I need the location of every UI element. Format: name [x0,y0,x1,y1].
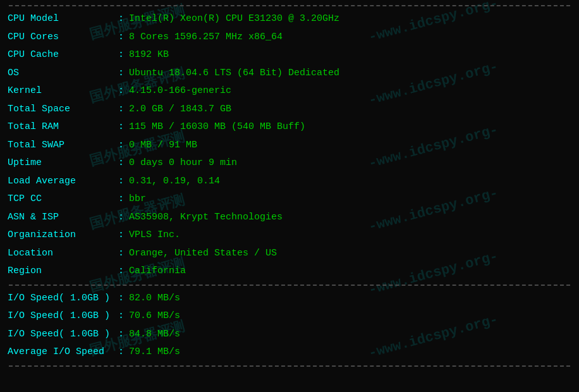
system-value: 0.31, 0.19, 0.14 [129,175,220,189]
system-value: 115 MB / 16030 MB (540 MB Buff) [129,120,305,135]
separator: : [118,102,124,117]
system-label: OS [8,66,118,81]
system-label: Location [8,247,118,261]
system-info-row: TCP CC: bbr [8,190,571,209]
system-info-row: Organization: VPLS Inc. [8,226,571,245]
io-value: 82.0 MB/s [129,291,180,306]
io-info-section: I/O Speed( 1.0GB ): 82.0 MB/sI/O Speed( … [8,286,571,365]
system-label: CPU Model [8,12,118,27]
system-value: Ubuntu 18.04.6 LTS (64 Bit) Dedicated [129,66,339,81]
system-value: 8 Cores 1596.257 MHz x86_64 [129,30,283,45]
separator: : [118,138,124,153]
system-value: 0 days 0 hour 9 min [129,156,237,171]
bottom-border [9,365,570,367]
system-value: bbr [129,192,146,207]
system-value: California [129,264,186,279]
system-value: 0 MB / 91 MB [129,138,197,153]
separator: : [118,291,124,306]
system-value: 4.15.0-166-generic [129,84,231,99]
system-info-row: Total Space: 2.0 GB / 1843.7 GB [8,101,571,119]
main-container: CPU Model: Intel(R) Xeon(R) CPU E31230 @… [0,0,579,372]
io-info-row: I/O Speed( 1.0GB ): 84.8 MB/s [8,326,571,344]
separator: : [118,120,124,135]
separator: : [118,84,124,99]
system-label: CPU Cores [8,30,118,45]
separator: : [118,228,124,243]
system-info-row: CPU Cores: 8 Cores 1596.257 MHz x86_64 [8,28,571,47]
io-label: I/O Speed( 1.0GB ) [8,291,118,306]
io-info-row: Average I/O Speed: 79.1 MB/s [8,343,571,362]
separator: : [118,175,124,189]
system-label: TCP CC [8,192,118,207]
system-info-row: Load Average: 0.31, 0.19, 0.14 [8,173,571,191]
system-info-row: Kernel: 4.15.0-166-generic [8,82,571,101]
io-value: 84.8 MB/s [129,328,180,342]
io-label: Average I/O Speed [8,345,118,360]
separator: : [118,12,124,27]
system-label: CPU Cache [8,48,118,63]
system-value: VPLS Inc. [129,228,180,243]
system-value: 8192 KB [129,48,169,63]
io-info-row: I/O Speed( 1.0GB ): 70.6 MB/s [8,307,571,326]
separator: : [118,247,124,261]
system-info-row: ASN & ISP: AS35908, Krypt Technologies [8,209,571,227]
system-label: Load Average [8,175,118,189]
system-value: 2.0 GB / 1843.7 GB [129,102,231,117]
system-value: Orange, United States / US [129,247,277,261]
system-info-row: CPU Cache: 8192 KB [8,46,571,64]
system-label: ASN & ISP [8,211,118,225]
separator: : [118,30,124,45]
system-label: Total RAM [8,120,118,135]
system-value: Intel(R) Xeon(R) CPU E31230 @ 3.20GHz [129,12,339,27]
system-label: Total SWAP [8,138,118,153]
system-info-section: CPU Model: Intel(R) Xeon(R) CPU E31230 @… [8,6,571,285]
io-value: 79.1 MB/s [129,345,180,360]
system-info-row: Uptime: 0 days 0 hour 9 min [8,154,571,173]
system-value: AS35908, Krypt Technologies [129,211,283,225]
separator: : [118,192,124,207]
io-label: I/O Speed( 1.0GB ) [8,309,118,324]
separator: : [118,48,124,63]
separator: : [118,156,124,171]
system-label: Region [8,264,118,279]
separator: : [118,66,124,81]
io-value: 70.6 MB/s [129,309,180,324]
io-label: I/O Speed( 1.0GB ) [8,328,118,342]
io-info-row: I/O Speed( 1.0GB ): 82.0 MB/s [8,290,571,308]
separator: : [118,328,124,342]
system-info-row: Total RAM: 115 MB / 16030 MB (540 MB Buf… [8,118,571,137]
separator: : [118,309,124,324]
system-label: Uptime [8,156,118,171]
separator: : [118,345,124,360]
system-info-row: Region: California [8,262,571,281]
system-info-row: Total SWAP: 0 MB / 91 MB [8,137,571,155]
separator: : [118,211,124,225]
system-info-row: CPU Model: Intel(R) Xeon(R) CPU E31230 @… [8,10,571,28]
system-label: Kernel [8,84,118,99]
system-info-row: Location: Orange, United States / US [8,245,571,263]
separator: : [118,264,124,279]
system-label: Total Space [8,102,118,117]
system-label: Organization [8,228,118,243]
system-info-row: OS: Ubuntu 18.04.6 LTS (64 Bit) Dedicate… [8,64,571,83]
